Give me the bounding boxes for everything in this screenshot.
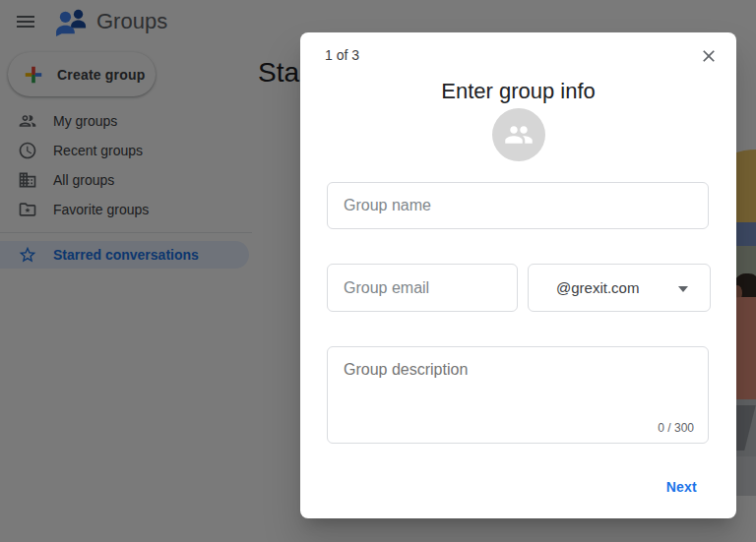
group-description-input[interactable]: [328, 347, 708, 418]
close-button[interactable]: [697, 45, 721, 69]
dialog-title: Enter group info: [300, 79, 736, 104]
dropdown-arrow-icon: [678, 286, 688, 292]
step-indicator: 1 of 3: [325, 47, 359, 63]
group-avatar-icon: [504, 120, 534, 150]
next-button[interactable]: Next: [657, 471, 707, 503]
domain-selected-value: @grexit.com: [556, 279, 639, 296]
group-email-input[interactable]: [327, 264, 518, 312]
group-name-input[interactable]: [327, 182, 709, 229]
character-counter: 0 / 300: [658, 421, 694, 435]
create-group-dialog: 1 of 3 Enter group info @grexit.com 0 / …: [300, 32, 736, 518]
group-avatar: [492, 108, 545, 161]
screen: Groups Create group My groups: [0, 0, 756, 542]
domain-dropdown[interactable]: @grexit.com: [528, 264, 711, 312]
close-icon: [699, 46, 719, 66]
group-description-field: 0 / 300: [327, 346, 709, 444]
